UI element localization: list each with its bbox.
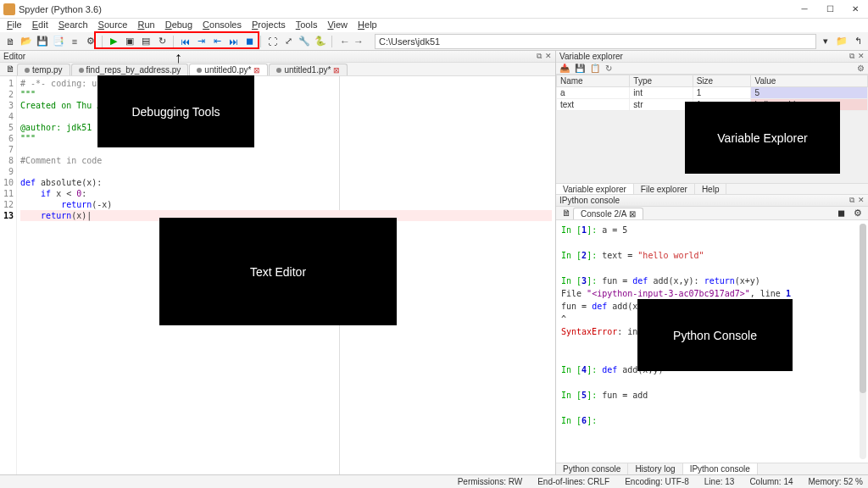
- list-icon[interactable]: ≡: [68, 35, 81, 48]
- close-pane-icon[interactable]: ✕: [545, 52, 552, 61]
- ipython-bottom-tabs: Python consoleHistory logIPython console: [556, 463, 868, 474]
- close-pane-icon[interactable]: ✕: [858, 196, 865, 205]
- console-tabs: 🗎 Console 2/A ⊠ ◼ ⚙: [556, 207, 868, 220]
- open-file-icon[interactable]: 📂: [19, 35, 33, 48]
- subtab-file-explorer[interactable]: File explorer: [634, 184, 695, 194]
- menu-help[interactable]: Help: [353, 19, 382, 32]
- menu-search[interactable]: Search: [53, 19, 93, 32]
- workdir-dropdown-icon[interactable]: ▾: [819, 35, 832, 48]
- maximize-button[interactable]: ☐: [817, 0, 843, 19]
- maximize-pane-icon[interactable]: ⛶: [265, 35, 279, 48]
- right-column: Variable explorer ⧉✕ 📥 💾 📋 ↻ ⚙ NameTypeS…: [556, 51, 868, 474]
- settings-icon[interactable]: ⚙: [84, 35, 97, 48]
- debug-stop-icon[interactable]: ◼: [242, 35, 256, 48]
- menu-file[interactable]: File: [2, 19, 27, 32]
- run-cell-advance-icon[interactable]: ▤: [139, 35, 153, 48]
- new-file-icon[interactable]: 🗎: [3, 35, 17, 48]
- gear-icon[interactable]: ⚙: [857, 64, 865, 73]
- close-icon[interactable]: ⊠: [333, 66, 340, 75]
- varexp-header: Variable explorer ⧉✕: [556, 51, 868, 63]
- menu-source[interactable]: Source: [93, 19, 133, 32]
- varexp-subtabs: Variable explorerFile explorerHelp: [556, 183, 868, 195]
- undock-icon[interactable]: ⧉: [537, 52, 542, 61]
- console-tab[interactable]: Console 2/A ⊠: [573, 208, 643, 219]
- menubar: FileEditSearchSourceRunDebugConsolesProj…: [0, 19, 868, 32]
- python-icon[interactable]: 🐍: [314, 35, 327, 48]
- rerun-icon[interactable]: ↻: [155, 35, 169, 48]
- menu-consoles[interactable]: Consoles: [198, 19, 247, 32]
- subtab-help[interactable]: Help: [695, 184, 727, 194]
- save-icon[interactable]: 💾: [575, 64, 585, 73]
- table-row[interactable]: textstr1hello world: [557, 99, 868, 111]
- editor-header: Editor ⧉✕: [0, 51, 555, 63]
- debug-step-icon[interactable]: ⏮: [178, 35, 192, 48]
- titlebar: Spyder (Python 3.6) ─ ☐ ✕: [0, 0, 868, 19]
- menu-view[interactable]: View: [322, 19, 353, 32]
- fullscreen-icon[interactable]: ⤢: [281, 35, 295, 48]
- spyder-icon: [3, 3, 15, 15]
- close-icon[interactable]: ⊠: [253, 66, 260, 75]
- menu-debug[interactable]: Debug: [160, 19, 198, 32]
- bottomtab-ipython-console[interactable]: IPython console: [683, 463, 758, 474]
- status-enc: Encoding: UTF-8: [625, 477, 689, 486]
- gear-icon[interactable]: ⚙: [540, 76, 554, 78]
- close-icon[interactable]: ⊠: [629, 209, 636, 219]
- save-as-icon[interactable]: 📋: [590, 64, 600, 73]
- forward-icon[interactable]: →: [353, 36, 364, 47]
- gear-icon[interactable]: ⚙: [851, 206, 865, 219]
- status-eol: End-of-lines: CRLF: [537, 477, 609, 486]
- undock-icon[interactable]: ⧉: [849, 52, 854, 61]
- close-pane-icon[interactable]: ✕: [858, 52, 865, 61]
- tab-list-icon[interactable]: 🗎: [3, 62, 17, 75]
- back-icon[interactable]: ←: [340, 36, 350, 47]
- stop-icon[interactable]: ◼: [834, 206, 848, 219]
- import-icon[interactable]: 📥: [559, 64, 570, 73]
- separator: [173, 36, 174, 47]
- bottomtab-history-log[interactable]: History log: [628, 463, 682, 474]
- menu-run[interactable]: Run: [132, 19, 159, 32]
- variable-table[interactable]: NameTypeSizeValueaint15textstr1hello wor…: [556, 75, 868, 111]
- window-controls: ─ ☐ ✕: [792, 0, 868, 19]
- parent-icon[interactable]: ↰: [851, 35, 865, 48]
- close-button[interactable]: ✕: [843, 0, 868, 19]
- debug-step4-icon[interactable]: ⏭: [226, 35, 240, 48]
- tab-find-reps-by-address-py[interactable]: find_reps_by_address.py: [71, 64, 189, 75]
- browse-icon[interactable]: 📁: [835, 35, 849, 48]
- undock-icon[interactable]: ⧉: [849, 196, 854, 205]
- scrollbar-thumb[interactable]: [860, 224, 866, 393]
- status-perm: Permissions: RW: [458, 477, 523, 486]
- code-area[interactable]: # -*- coding: utf-8 -"""Created on Thu A…: [17, 76, 555, 474]
- console-output[interactable]: In [1]: a = 5 In [2]: text = "hello worl…: [556, 220, 868, 463]
- save-all-icon[interactable]: 📑: [52, 35, 65, 48]
- tab-list-icon[interactable]: 🗎: [559, 206, 573, 219]
- workspace: Editor ⧉✕ 🗎 temp.pyfind_reps_by_address.…: [0, 51, 868, 474]
- menu-edit[interactable]: Edit: [27, 19, 53, 32]
- code-editor[interactable]: 12345678910111213 # -*- coding: utf-8 -"…: [0, 76, 555, 474]
- menu-tools[interactable]: Tools: [291, 19, 323, 32]
- varexp-toolbar: 📥 💾 📋 ↻ ⚙: [556, 63, 868, 75]
- bottomtab-python-console[interactable]: Python console: [556, 463, 628, 474]
- debug-step3-icon[interactable]: ⇤: [210, 35, 224, 48]
- minimize-button[interactable]: ─: [792, 0, 817, 19]
- separator: [260, 36, 261, 47]
- run-cell-icon[interactable]: ▣: [123, 35, 136, 48]
- subtab-variable-explorer[interactable]: Variable explorer: [556, 184, 634, 194]
- separator: [102, 36, 103, 47]
- debug-step2-icon[interactable]: ⇥: [194, 35, 208, 48]
- menu-projects[interactable]: Projects: [247, 19, 291, 32]
- refresh-icon[interactable]: ↻: [605, 64, 612, 73]
- workdir-input[interactable]: C:\Users\jdk51: [375, 34, 816, 49]
- editor-pane: Editor ⧉✕ 🗎 temp.pyfind_reps_by_address.…: [0, 51, 556, 474]
- tab-temp-py[interactable]: temp.py: [17, 64, 70, 75]
- wrench-icon[interactable]: 🔧: [298, 35, 311, 48]
- ipython-pane: IPython console ⧉✕ 🗎 Console 2/A ⊠ ◼ ⚙ I…: [556, 195, 868, 474]
- variable-explorer-pane: Variable explorer ⧉✕ 📥 💾 📋 ↻ ⚙ NameTypeS…: [556, 51, 868, 195]
- run-icon[interactable]: ▶: [107, 35, 120, 48]
- table-row[interactable]: aint15: [557, 87, 868, 99]
- tab-untitled0-py-[interactable]: untitled0.py*⊠: [189, 64, 268, 75]
- tab-untitled1-py-[interactable]: untitled1.py*⊠: [269, 64, 348, 75]
- window-title: Spyder (Python 3.6): [19, 4, 102, 14]
- save-icon[interactable]: 💾: [36, 35, 49, 48]
- gutter: 12345678910111213: [0, 76, 17, 474]
- separator: [331, 36, 332, 47]
